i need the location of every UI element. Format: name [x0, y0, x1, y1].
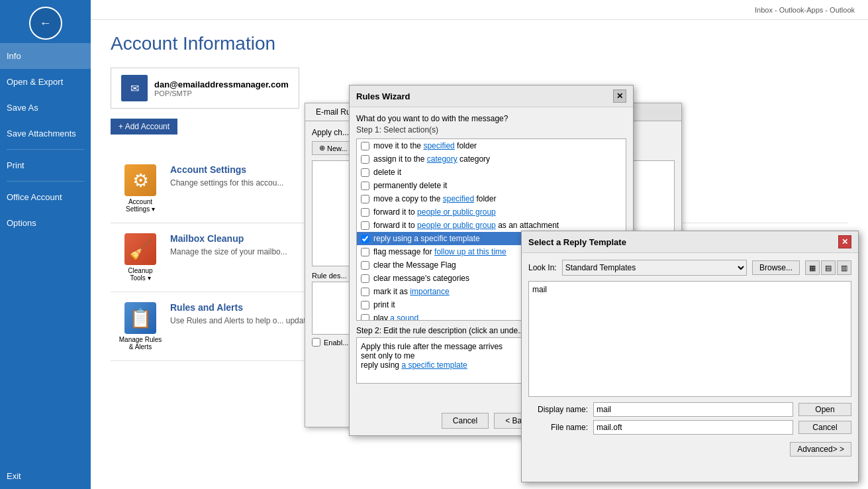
enable-checkbox[interactable]: [312, 338, 320, 347]
checkbox-reply-template[interactable]: [361, 235, 369, 243]
sidebar-item-save-attachments[interactable]: Save Attachments: [0, 121, 91, 146]
sidebar-item-save-as[interactable]: Save As: [0, 95, 91, 121]
checkbox-flag-message[interactable]: [361, 248, 369, 256]
cleanup-label: CleanupTools ▾: [128, 267, 152, 282]
open-button[interactable]: Open: [798, 403, 851, 416]
account-settings-icon: ⚙: [124, 164, 156, 196]
account-panel: ✉ dan@emailaddressmanager.com POP/SMTP: [111, 68, 299, 109]
browse-button[interactable]: Browse...: [752, 260, 800, 275]
new-icon: ⊕: [319, 144, 325, 152]
link-flag-message[interactable]: follow up at this time: [434, 247, 506, 256]
back-button[interactable]: ←: [29, 7, 62, 40]
file-name-label: File name:: [528, 423, 588, 432]
rt-title: Select a Reply Template: [528, 237, 626, 247]
close-icon: ✕: [616, 91, 623, 101]
rt-close-button[interactable]: ✕: [838, 235, 851, 248]
look-in-row: Look In: Standard Templates Browse... ▦ …: [528, 260, 851, 276]
sidebar-item-exit[interactable]: Exit: [0, 463, 91, 489]
rt-title-bar: Select a Reply Template ✕: [522, 231, 858, 253]
account-icon: ✉: [121, 75, 148, 101]
checkbox-print-it[interactable]: [361, 301, 369, 309]
checkbox-move-copy[interactable]: [361, 195, 369, 203]
wizard-question: What do you want to do with the message?: [356, 114, 626, 123]
link-forward-people[interactable]: people or public group: [417, 207, 496, 217]
cleanup-icon: 🧹: [124, 233, 156, 265]
file-name-row: File name: Cancel: [528, 420, 851, 435]
page-title: Account Information: [111, 33, 848, 54]
checkbox-move-folder[interactable]: [361, 142, 369, 150]
account-type: POP/SMTP: [154, 89, 289, 97]
link-play-sound[interactable]: a sound: [390, 313, 418, 321]
file-name-input[interactable]: [593, 420, 793, 435]
view-list-button[interactable]: ▤: [821, 260, 836, 275]
checkbox-assign-category[interactable]: [361, 155, 369, 164]
action-item-perm-delete[interactable]: permanently delete it: [357, 179, 626, 192]
sidebar-item-options[interactable]: Options: [0, 210, 91, 236]
wizard-step1-label: Step 1: Select action(s): [356, 125, 626, 135]
action-item-move-folder[interactable]: move it to the specified folder: [357, 139, 626, 152]
advanced-button[interactable]: Advanced> >: [790, 442, 851, 457]
sidebar-item-info[interactable]: Info: [0, 43, 91, 69]
checkbox-forward-people[interactable]: [361, 208, 369, 217]
reply-template-dialog: Select a Reply Template ✕ Look In: Stand…: [521, 231, 859, 482]
cleanup-icon-area[interactable]: 🧹 CleanupTools ▾: [111, 233, 170, 282]
sidebar-item-open-export[interactable]: Open & Export: [0, 69, 91, 95]
checkbox-forward-attachment[interactable]: [361, 221, 369, 230]
rt-fields: Display name: Open File name: Cancel: [528, 402, 851, 435]
back-icon: ←: [40, 17, 52, 30]
rules-wizard-title-bar: Rules Wizard ✕: [350, 85, 633, 107]
rules-wizard-title: Rules Wizard: [356, 91, 410, 101]
action-item-delete-it[interactable]: delete it: [357, 166, 626, 179]
account-settings-label: AccountSettings ▾: [126, 198, 155, 213]
account-settings-icon-area[interactable]: ⚙ AccountSettings ▾: [111, 164, 170, 213]
account-info: dan@emailaddressmanager.com POP/SMTP: [154, 80, 289, 97]
display-name-label: Display name:: [528, 405, 588, 414]
rules-icon: 📋: [124, 302, 156, 334]
rules-label: Manage Rules& Alerts: [119, 336, 162, 351]
action-item-forward-attachment[interactable]: forward it to people or public group as …: [357, 219, 626, 232]
link-forward-attachment[interactable]: people or public group: [417, 221, 496, 230]
checkbox-perm-delete[interactable]: [361, 182, 369, 190]
sidebar-item-print[interactable]: Print: [0, 152, 91, 178]
checkbox-delete-it[interactable]: [361, 168, 369, 177]
rt-body: Look In: Standard Templates Browse... ▦ …: [522, 253, 858, 463]
action-item-move-copy[interactable]: move a copy to the specified folder: [357, 192, 626, 205]
view-large-icon-button[interactable]: ▦: [805, 260, 820, 275]
step2-link[interactable]: a specific template: [401, 360, 467, 370]
checkbox-play-sound[interactable]: [361, 314, 369, 321]
sidebar-divider-2: [7, 181, 84, 182]
sidebar-bottom: Exit: [0, 463, 91, 489]
action-item-forward-people[interactable]: forward it to people or public group: [357, 205, 626, 219]
link-move-copy[interactable]: specified: [443, 194, 474, 203]
cancel-button[interactable]: Cancel: [442, 413, 489, 429]
top-bar: Inbox - Outlook-Apps - Outlook: [91, 0, 868, 20]
account-email: dan@emailaddressmanager.com: [154, 80, 289, 89]
checkbox-clear-flag[interactable]: [361, 261, 369, 270]
checkbox-clear-categories[interactable]: [361, 274, 369, 283]
add-account-button[interactable]: + Add Account: [111, 119, 177, 135]
sidebar: ← Info Open & Export Save As Save Attach…: [0, 0, 91, 489]
rt-footer: Advanced> >: [528, 440, 851, 457]
view-buttons: ▦ ▤ ▥: [805, 260, 851, 275]
template-file-item[interactable]: mail: [532, 285, 547, 294]
display-name-row: Display name: Open: [528, 402, 851, 417]
link-mark-importance[interactable]: importance: [410, 287, 449, 296]
display-name-input[interactable]: [593, 402, 793, 417]
checkbox-mark-importance[interactable]: [361, 288, 369, 296]
sidebar-item-office-account[interactable]: Office Account: [0, 184, 91, 210]
look-in-select[interactable]: Standard Templates: [562, 260, 747, 276]
sidebar-divider: [7, 149, 84, 150]
rules-icon-area[interactable]: 📋 Manage Rules& Alerts: [111, 302, 170, 351]
link-assign-category[interactable]: category: [427, 154, 458, 164]
link-move-folder[interactable]: specified: [423, 141, 454, 150]
action-item-assign-category[interactable]: assign it to the category category: [357, 152, 626, 166]
template-file-area[interactable]: mail: [528, 281, 851, 397]
view-details-button[interactable]: ▥: [837, 260, 851, 275]
new-rule-button[interactable]: ⊕ New...: [312, 141, 355, 155]
look-in-label: Look In:: [528, 263, 557, 272]
rt-close-icon: ✕: [842, 237, 848, 246]
rt-cancel-button[interactable]: Cancel: [798, 421, 851, 434]
rules-wizard-close-button[interactable]: ✕: [613, 89, 626, 103]
breadcrumb: Inbox - Outlook-Apps - Outlook: [755, 6, 855, 14]
